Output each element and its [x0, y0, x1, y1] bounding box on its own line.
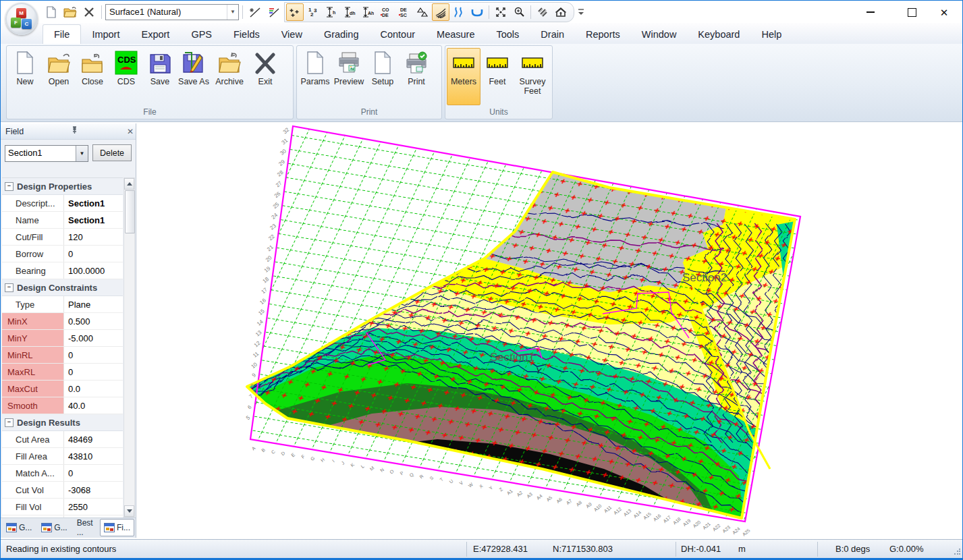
print-button[interactable]: Print [400, 48, 433, 105]
zoom-extents-icon[interactable] [492, 3, 510, 21]
cds-button[interactable]: CDS CDS [109, 48, 143, 105]
points-line-icon[interactable] [246, 3, 264, 21]
open-button[interactable]: Open [42, 48, 76, 105]
preview-button[interactable]: Preview [332, 48, 366, 105]
tab-measure[interactable]: Measure [426, 25, 485, 44]
property-row[interactable]: MinX0.500 [2, 313, 123, 330]
panel-tab-best[interactable]: Best ... [73, 519, 99, 536]
triangles-icon[interactable] [414, 3, 431, 21]
zoom-window-icon[interactable] [510, 3, 528, 21]
property-value[interactable]: Section1 [64, 198, 123, 208]
property-row[interactable]: MaxRL0 [2, 364, 123, 381]
pin-icon[interactable] [69, 126, 80, 136]
property-row[interactable]: MaxCut0.0 [2, 381, 123, 397]
section1-label[interactable]: Section1 [490, 351, 534, 364]
open-file-icon[interactable] [61, 3, 79, 21]
section-design-properties[interactable]: −Design Properties [2, 178, 123, 195]
overflow-menu-icon[interactable] [576, 3, 586, 21]
close-button-ribbon[interactable]: Close [76, 48, 109, 105]
meters-button[interactable]: Meters [447, 48, 480, 105]
feet-button[interactable]: Feet [480, 48, 514, 105]
point-numbers-icon[interactable]: 123 [304, 3, 322, 21]
tab-view[interactable]: View [271, 25, 313, 44]
close-button[interactable]: ✕ [931, 5, 957, 20]
property-value[interactable]: -5.000 [64, 333, 123, 343]
property-row[interactable]: Descript...Section1 [2, 195, 123, 212]
tab-export[interactable]: Export [130, 25, 180, 44]
property-value[interactable]: 0.0 [64, 384, 123, 394]
property-value[interactable]: 2550 [64, 502, 123, 512]
property-value[interactable]: Section1 [64, 215, 123, 225]
section-selector[interactable]: Section1 ▼ [5, 145, 88, 162]
exit-button[interactable]: Exit [248, 48, 282, 105]
tab-help[interactable]: Help [750, 25, 792, 44]
property-row[interactable]: MinRL0 [2, 347, 123, 364]
tab-reports[interactable]: Reports [575, 25, 631, 44]
point-codes-icon[interactable]: CODE [377, 3, 395, 21]
hatch-icon[interactable] [534, 3, 551, 21]
save-button[interactable]: Save [143, 48, 177, 105]
point-heights-icon[interactable]: h [323, 3, 340, 21]
tab-keyboard[interactable]: Keyboard [687, 25, 750, 44]
maximize-button[interactable] [899, 5, 925, 20]
scroll-down-button[interactable] [124, 505, 134, 517]
property-value[interactable]: 48469 [64, 435, 123, 445]
point-delta-heights-icon[interactable]: dh [341, 3, 358, 21]
contour-colors-icon[interactable] [265, 3, 283, 21]
archive-button[interactable]: Archive [211, 48, 248, 105]
panel-tab-g2[interactable]: G... [37, 519, 71, 536]
water-drain-icon[interactable] [468, 3, 486, 21]
section2-label[interactable]: Section2 [682, 271, 727, 284]
tab-window[interactable]: Window [631, 25, 688, 44]
point-annotation-heights-icon[interactable]: Ah [359, 3, 377, 21]
property-row[interactable]: Match A...0 [2, 465, 123, 482]
new-button[interactable]: New [8, 48, 42, 105]
params-button[interactable]: Params [298, 48, 332, 105]
property-row[interactable]: NameSection1 [2, 212, 123, 229]
app-logo[interactable]: M F C [5, 3, 38, 35]
new-document-icon[interactable] [43, 3, 60, 21]
setup-button[interactable]: Setup [366, 48, 400, 105]
tab-drain[interactable]: Drain [530, 25, 575, 44]
property-row[interactable]: Fill Vol2550 [2, 499, 123, 515]
terrain-map[interactable]: Section1 Section2 Y 32313029282726252423… [137, 123, 961, 538]
scroll-up-button[interactable] [124, 178, 134, 190]
property-value[interactable]: 0 [64, 350, 123, 360]
property-row[interactable]: MinY-5.000 [2, 330, 123, 347]
chevron-down-icon[interactable]: ▼ [227, 5, 238, 20]
tab-file[interactable]: File [43, 24, 81, 44]
tab-grading[interactable]: Grading [313, 25, 370, 44]
property-value[interactable]: 100.0000 [64, 266, 123, 276]
surface-selector[interactable]: Surface1 (Natural) ▼ [105, 4, 239, 20]
panel-tab-field[interactable]: Fi... [100, 519, 134, 536]
collapse-icon[interactable]: − [5, 283, 13, 292]
tab-fields[interactable]: Fields [223, 25, 271, 44]
save-as-button[interactable]: Save As [177, 48, 211, 105]
tab-tools[interactable]: Tools [485, 25, 530, 44]
property-row[interactable]: Smooth40.0 [2, 397, 123, 414]
delete-surface-icon[interactable] [80, 3, 98, 21]
minimize-button[interactable] [858, 5, 883, 20]
property-value[interactable]: 43810 [64, 451, 123, 461]
property-row[interactable]: Cut Area48469 [2, 431, 123, 448]
show-points-icon[interactable] [286, 3, 304, 21]
panel-tab-g1[interactable]: G... [2, 519, 36, 536]
property-row[interactable]: Cut Vol-3068 [2, 482, 123, 499]
tab-import[interactable]: Import [81, 25, 130, 44]
property-value[interactable]: 0.500 [64, 316, 123, 327]
property-row[interactable]: TypePlane [2, 296, 123, 313]
chevron-down-icon[interactable]: ▼ [76, 146, 88, 161]
breaklines-icon[interactable] [450, 3, 468, 21]
scrollbar-thumb[interactable] [125, 190, 135, 233]
home-icon[interactable] [552, 3, 570, 21]
property-value[interactable]: -3068 [64, 485, 123, 495]
section-design-results[interactable]: −Design Results [2, 414, 123, 431]
contours-icon[interactable] [432, 3, 449, 21]
tab-gps[interactable]: GPS [180, 25, 223, 44]
property-value[interactable]: 0 [64, 367, 123, 377]
delete-button[interactable]: Delete [92, 144, 132, 161]
section-design-constraints[interactable]: −Design Constraints [2, 279, 123, 296]
property-row[interactable]: Cut/Fill120 [2, 229, 123, 246]
property-value[interactable]: Plane [64, 300, 123, 310]
tab-contour[interactable]: Contour [369, 25, 426, 44]
